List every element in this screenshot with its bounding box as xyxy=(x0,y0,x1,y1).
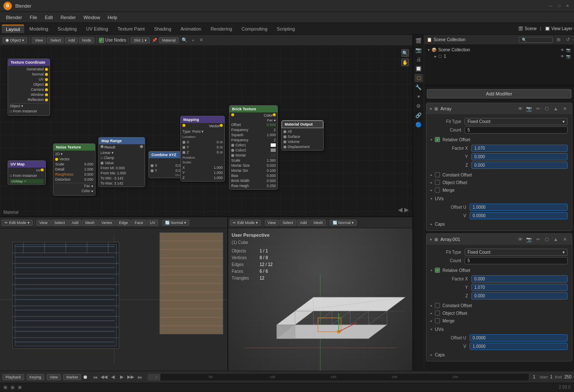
array1-constoffset-row[interactable]: ▸ Constant Offset xyxy=(431,171,568,179)
menu-help[interactable]: Help xyxy=(104,14,121,21)
pan-btn[interactable]: ✋ xyxy=(401,59,409,66)
next-keyframe-btn[interactable]: ▶▶ xyxy=(127,373,134,381)
tab-texture-paint[interactable]: Texture Paint xyxy=(113,25,149,33)
scene-icon[interactable]: 🎬 xyxy=(414,36,423,45)
array1-delete-btn[interactable]: ✕ xyxy=(561,105,568,112)
array1-merge-row[interactable]: ▸ Merge xyxy=(431,186,568,194)
array2-count-value[interactable]: 5 xyxy=(465,257,568,264)
array1-vis-btn[interactable]: 👁 xyxy=(516,105,524,112)
uv-vertex-btn[interactable]: Vertex xyxy=(98,220,115,226)
shader-add-btn[interactable]: Add xyxy=(65,37,78,43)
mapping-node[interactable]: Mapping Vector Type: Point ▾ Location: X… xyxy=(180,116,225,182)
array2-render-btn[interactable]: 📷 xyxy=(525,235,533,243)
browse-material-btn[interactable]: 🔍 xyxy=(181,36,188,44)
uv-mesh-btn[interactable]: Mesh xyxy=(82,220,98,226)
expand-icon[interactable]: ▾ xyxy=(428,48,430,52)
uv-mode-btn[interactable]: ✏ Edit Mode ▾ xyxy=(2,220,33,226)
vp3d-normal-btn[interactable]: 🔄 Normal ▾ xyxy=(330,220,357,226)
array2-v-value[interactable]: 1.0000 xyxy=(470,343,568,350)
delete-material-btn[interactable]: ✕ xyxy=(198,36,205,44)
prev-frame-btn[interactable]: ◀◀ xyxy=(100,373,108,381)
menu-edit[interactable]: Edit xyxy=(42,14,56,21)
array2-z-value[interactable]: 0.000 xyxy=(471,292,568,300)
vp3d-view-btn[interactable]: View xyxy=(265,220,279,226)
tab-sculpting[interactable]: Sculpting xyxy=(53,25,81,33)
menu-blender[interactable]: Blender xyxy=(3,14,25,21)
array1-fx-value[interactable]: 1.070 xyxy=(471,145,568,152)
array1-const-check[interactable] xyxy=(435,172,440,177)
array2-reloffset-check[interactable]: ✓ xyxy=(435,268,440,273)
tab-modeling[interactable]: Modeling xyxy=(25,25,53,33)
array1-up-btn[interactable]: ▲ xyxy=(552,105,560,112)
array1-copy-btn[interactable]: ⬡ xyxy=(543,105,551,112)
keying-btn[interactable]: Keying xyxy=(27,374,45,380)
jump-start-btn[interactable]: ⏮ xyxy=(91,373,99,381)
uv-edge-btn[interactable]: Edge xyxy=(116,220,131,226)
start-frame[interactable]: 1 xyxy=(550,375,553,379)
array1-caps-row[interactable]: ▸ Caps xyxy=(431,221,568,228)
current-frame[interactable]: 1 xyxy=(533,375,535,379)
array2-obj-check[interactable] xyxy=(435,311,440,316)
array2-fittype-dropdown[interactable]: Fixed Count ▾ xyxy=(465,249,568,256)
new-material-btn[interactable]: + xyxy=(189,36,197,44)
object-icon[interactable]: ⬡ xyxy=(414,74,423,82)
uv-normal-btn[interactable]: 🔄 Normal ▾ xyxy=(162,220,189,226)
array2-fx-value[interactable]: 0.000 xyxy=(471,275,568,283)
prev-keyframe-btn[interactable]: ◀ xyxy=(109,373,117,381)
array1-edit-btn[interactable]: ✏ xyxy=(534,105,542,112)
shader-view-btn[interactable]: View xyxy=(32,37,46,43)
outliner-sync-btn[interactable]: ↺ xyxy=(564,36,571,44)
vp3d-mesh-btn[interactable]: Mesh xyxy=(311,220,326,226)
array1-reloffset-check[interactable]: ✓ xyxy=(435,137,440,142)
array1-obj-check[interactable] xyxy=(435,180,440,185)
noise-texture-node[interactable]: Noise Texture 2D ▾ Vector Scale5.000 Det… xyxy=(53,143,95,196)
collapse-left[interactable]: ◀ xyxy=(398,206,403,213)
vp3d-canvas[interactable]: User Perspective (1) Cube Objects1 / 1 V… xyxy=(228,228,412,371)
end-frame[interactable]: 250 xyxy=(564,375,571,379)
slot-selector[interactable]: Slot 1 ▾ xyxy=(131,37,150,43)
uv-uv-btn[interactable]: UV xyxy=(147,220,159,226)
array1-objoffset-row[interactable]: ▸ Object Offset xyxy=(431,179,568,186)
vp3d-add-btn[interactable]: Add xyxy=(297,220,310,226)
array2-copy-btn[interactable]: ⬡ xyxy=(543,235,551,243)
jump-end-btn[interactable]: ⏭ xyxy=(136,373,143,381)
outliner-filter-btn[interactable]: ⊞ xyxy=(554,36,562,44)
tab-uv-editing[interactable]: UV Editing xyxy=(82,25,112,33)
array2-y-value[interactable]: 1.070 xyxy=(471,284,568,291)
array2-offsetu-value[interactable]: 0.0000 xyxy=(470,334,568,342)
shader-select-btn[interactable]: Select xyxy=(47,37,64,43)
marker-btn[interactable]: Marker xyxy=(63,374,81,380)
array1-uvs-toggle[interactable]: ▾ UVs xyxy=(431,195,568,202)
array2-constoffset-row[interactable]: ▸ Constant Offset xyxy=(431,302,568,309)
maximize-button[interactable]: □ xyxy=(556,3,562,9)
array2-merge-row[interactable]: ▸ Merge xyxy=(431,317,568,325)
timeline-view-btn[interactable]: View xyxy=(47,374,61,380)
array1-offsetu-value[interactable]: 1.0000 xyxy=(470,204,568,211)
array2-expand[interactable]: ▾ xyxy=(430,237,432,242)
material-output-node[interactable]: Material Output All Surface Volume Displ… xyxy=(281,120,324,151)
array1-expand[interactable]: ▾ xyxy=(430,106,432,111)
tab-scripting[interactable]: Scripting xyxy=(272,25,299,33)
array2-objoffset-row[interactable]: ▸ Object Offset xyxy=(431,309,568,317)
array2-reloffset-toggle[interactable]: ▾ ✓ Relative Offset xyxy=(431,266,568,274)
render-vis-icon[interactable]: 📷 xyxy=(566,48,571,52)
tab-layout[interactable]: Layout xyxy=(2,25,24,33)
array1-z-value[interactable]: 0.000 xyxy=(471,162,568,169)
menu-file[interactable]: File xyxy=(26,14,41,21)
uv-canvas[interactable] xyxy=(0,228,227,371)
use-nodes-toggle[interactable]: ✓ Use Nodes xyxy=(99,38,126,43)
render-icon[interactable]: 📷 xyxy=(414,46,423,54)
collapse-right[interactable]: ▶ xyxy=(404,206,409,213)
constraints-icon[interactable]: 🔗 xyxy=(414,111,423,120)
material-icon[interactable]: 🔵 xyxy=(414,120,423,129)
tab-animation[interactable]: Animation xyxy=(176,25,206,33)
brick-texture-node[interactable]: Brick Texture Color Fac ● Offset0.500 Fr… xyxy=(229,105,278,190)
vp3d-select-btn[interactable]: Select xyxy=(280,220,296,226)
close-button[interactable]: ✕ xyxy=(565,3,571,9)
menu-window[interactable]: Window xyxy=(80,14,104,21)
outliner-search[interactable]: 🔍 xyxy=(519,37,553,43)
array1-render-btn[interactable]: 📷 xyxy=(525,105,533,112)
vp3d-mode-btn[interactable]: ✏ Edit Mode ▾ xyxy=(230,220,261,226)
uv-map-node[interactable]: UV Map UV □ From Instancer UVMap✕ xyxy=(8,160,46,185)
physics-icon[interactable]: ⚙ xyxy=(414,102,423,110)
